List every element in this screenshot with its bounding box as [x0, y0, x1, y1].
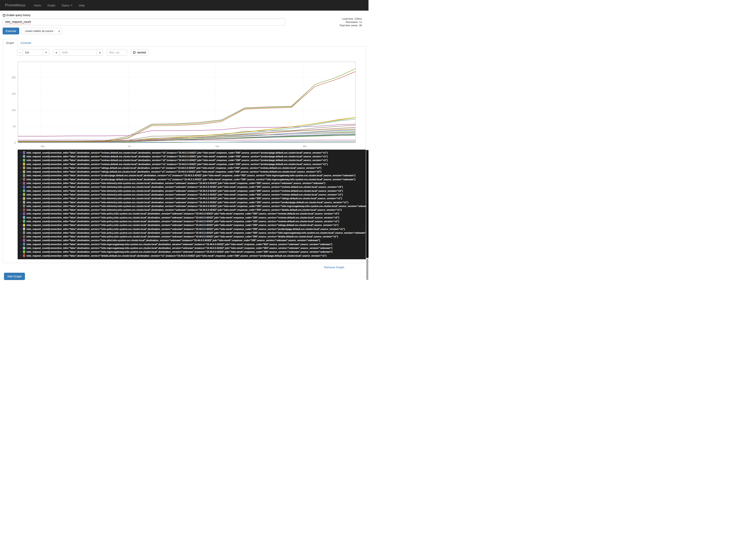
range-group: - 1m +	[17, 49, 49, 56]
series-color-swatch	[23, 155, 25, 158]
app-brand[interactable]: Prometheus	[2, 3, 29, 8]
series-color-swatch	[23, 239, 25, 242]
execute-button[interactable]: Execute	[3, 28, 19, 34]
time-forward-button[interactable]: »	[97, 49, 103, 56]
tab-console[interactable]: Console	[17, 39, 34, 47]
page-scrollbar-track[interactable]	[366, 150, 368, 258]
series-color-swatch	[23, 243, 25, 246]
legend-row[interactable]: istio_request_count{connection_mtls="fal…	[19, 212, 366, 216]
nav-item-alerts[interactable]: Alerts	[31, 4, 44, 7]
stacked-toggle[interactable]: stacked	[131, 49, 148, 56]
check-icon	[19, 204, 23, 208]
legend-row[interactable]: istio_request_count{connection_mtls="fal…	[19, 216, 366, 219]
series-line	[18, 134, 356, 142]
series-label: istio_request_count{connection_mtls="fal…	[26, 170, 321, 173]
series-label: istio_request_count{connection_mtls="fal…	[26, 205, 366, 207]
nav-item-status-label: Status	[62, 4, 70, 7]
series-label: istio_request_count{connection_mtls="fal…	[26, 247, 332, 249]
check-icon	[19, 201, 23, 204]
legend-row[interactable]: istio_request_count{connection_mtls="fal…	[19, 200, 366, 204]
legend-row[interactable]: istio_request_count{connection_mtls="fal…	[19, 181, 366, 185]
check-icon	[19, 216, 23, 219]
check-icon	[19, 235, 23, 238]
resolution: Resolution: 1s	[340, 21, 362, 24]
legend-row[interactable]: istio_request_count{connection_mtls="fal…	[19, 177, 366, 181]
svg-text:0: 0	[14, 141, 16, 144]
series-label: istio_request_count{connection_mtls="fal…	[26, 174, 356, 177]
legend-row[interactable]: istio_request_count{connection_mtls="fal…	[19, 246, 366, 250]
series-label: istio_request_count{connection_mtls="fal…	[26, 190, 343, 192]
series-label: istio_request_count{connection_mtls="fal…	[26, 254, 327, 257]
resolution-input[interactable]: Res. (s)	[107, 49, 127, 56]
legend-row[interactable]: istio_request_count{connection_mtls="fal…	[19, 170, 366, 173]
query-history-checkbox[interactable]	[3, 14, 5, 17]
series-color-swatch	[23, 201, 25, 204]
legend-row[interactable]: istio_request_count{connection_mtls="fal…	[19, 239, 366, 242]
series-label: istio_request_count{connection_mtls="fal…	[26, 231, 366, 234]
range-input[interactable]: 1m	[23, 49, 43, 56]
series-label: istio_request_count{connection_mtls="fal…	[26, 163, 328, 165]
nav-item-help[interactable]: Help	[76, 4, 88, 7]
series-line	[18, 71, 356, 142]
legend-row[interactable]: istio_request_count{connection_mtls="fal…	[19, 193, 366, 196]
stacked-label: stacked	[137, 51, 146, 54]
series-label: istio_request_count{connection_mtls="fal…	[26, 220, 339, 223]
query-history-row: Enable query history	[3, 14, 366, 17]
nav-item-status[interactable]: Status	[58, 4, 76, 7]
series-color-swatch	[23, 182, 25, 185]
insert-metric-select[interactable]: - insert metric at cursor - ▲▼	[21, 28, 62, 34]
check-icon	[19, 227, 23, 231]
check-icon	[19, 254, 23, 257]
time-series-chart[interactable]: 05010015020045s0s15s30s	[3, 59, 366, 150]
series-label: istio_request_count{connection_mtls="fal…	[26, 182, 325, 184]
series-line	[18, 118, 356, 142]
legend-row[interactable]: istio_request_count{connection_mtls="fal…	[19, 154, 366, 158]
range-decrease-button[interactable]: -	[17, 49, 23, 56]
legend-row[interactable]: istio_request_count{connection_mtls="fal…	[19, 242, 366, 246]
legend-row[interactable]: istio_request_count{connection_mtls="fal…	[19, 223, 366, 227]
series-color-swatch	[23, 212, 25, 215]
legend-row[interactable]: istio_request_count{connection_mtls="fal…	[19, 174, 366, 177]
add-graph-button[interactable]: Add Graph	[4, 273, 25, 280]
legend-row[interactable]: istio_request_count{connection_mtls="fal…	[19, 219, 366, 223]
series-label: istio_request_count{connection_mtls="fal…	[26, 212, 339, 215]
until-input[interactable]: Until	[59, 49, 97, 56]
legend-row[interactable]: istio_request_count{connection_mtls="fal…	[19, 158, 366, 162]
legend-row[interactable]: istio_request_count{connection_mtls="fal…	[19, 189, 366, 193]
series-color-swatch	[23, 231, 25, 234]
query-input[interactable]: istio_request_count	[3, 19, 285, 25]
check-icon	[19, 208, 23, 212]
check-icon	[19, 174, 23, 177]
legend-row[interactable]: istio_request_count{connection_mtls="fal…	[19, 204, 366, 208]
tab-graph[interactable]: Graph	[3, 39, 17, 47]
graph-controls: - 1m + « Until » Res. (s) stacked	[17, 49, 366, 56]
stacked-checkbox[interactable]	[133, 51, 135, 54]
legend-row[interactable]: istio_request_count{connection_mtls="fal…	[19, 254, 366, 257]
legend-row[interactable]: istio_request_count{connection_mtls="fal…	[19, 162, 366, 166]
legend-row[interactable]: istio_request_count{connection_mtls="fal…	[19, 208, 366, 212]
range-increase-button[interactable]: +	[43, 49, 49, 56]
nav-item-graph[interactable]: Graph	[44, 4, 58, 7]
legend-row[interactable]: istio_request_count{connection_mtls="fal…	[19, 151, 366, 154]
series-color-swatch	[23, 205, 25, 207]
series-color-swatch	[23, 186, 25, 188]
legend-row[interactable]: istio_request_count{connection_mtls="fal…	[19, 227, 366, 231]
legend-row[interactable]: istio_request_count{connection_mtls="fal…	[19, 235, 366, 239]
check-icon	[19, 193, 23, 196]
legend-row[interactable]: istio_request_count{connection_mtls="fal…	[19, 185, 366, 189]
legend-row[interactable]: istio_request_count{connection_mtls="fal…	[19, 166, 366, 170]
legend-row[interactable]: istio_request_count{connection_mtls="fal…	[19, 197, 366, 200]
legend-row[interactable]: istio_request_count{connection_mtls="fal…	[19, 231, 366, 235]
check-icon	[19, 155, 23, 158]
series-color-swatch	[23, 151, 25, 154]
series-label: istio_request_count{connection_mtls="fal…	[26, 201, 349, 204]
check-icon	[19, 239, 23, 242]
series-label: istio_request_count{connection_mtls="fal…	[26, 178, 356, 181]
time-back-button[interactable]: «	[53, 49, 60, 56]
legend-row[interactable]: istio_request_count{connection_mtls="fal…	[19, 250, 366, 254]
remove-graph-link[interactable]: Remove Graph	[324, 266, 344, 269]
check-icon	[19, 162, 23, 166]
series-color-swatch	[23, 227, 25, 230]
series-color-swatch	[23, 166, 25, 169]
page-scrollbar-thumb[interactable]	[366, 259, 368, 280]
